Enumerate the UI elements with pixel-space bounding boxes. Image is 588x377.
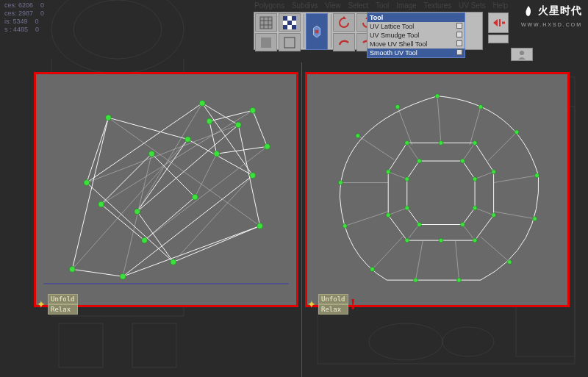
uv-panel-before — [34, 72, 298, 307]
svg-point-65 — [460, 223, 465, 227]
collapse-arrow-icon[interactable] — [488, 12, 509, 33]
smooth-tool-widget-right[interactable]: ✦ Unfold Relax ! — [307, 294, 356, 315]
svg-point-49 — [356, 134, 360, 138]
svg-point-50 — [395, 104, 400, 109]
svg-point-64 — [473, 206, 477, 210]
uv-panel-after — [305, 72, 570, 307]
svg-point-66 — [417, 223, 421, 227]
menu-view[interactable]: View — [325, 1, 341, 10]
menu-tool[interactable]: Tool — [376, 1, 389, 10]
svg-point-53 — [473, 141, 477, 146]
unfold-button[interactable]: Unfold — [318, 294, 348, 304]
svg-point-22 — [235, 122, 241, 128]
watermark-logo: 火星时代 WWW.HXSD.COM — [521, 4, 582, 28]
svg-point-36 — [207, 118, 212, 124]
svg-point-34 — [265, 143, 270, 149]
option-box-icon[interactable] — [456, 40, 462, 46]
svg-rect-14 — [292, 25, 296, 29]
shade-tool-icon[interactable] — [255, 33, 277, 51]
svg-point-41 — [535, 173, 539, 178]
svg-rect-12 — [287, 21, 292, 25]
star-icon: ✦ — [307, 298, 316, 310]
expand-arrow-icon[interactable] — [488, 35, 509, 43]
svg-point-21 — [135, 209, 140, 215]
tool-dropdown[interactable]: Tool UV Lattice Tool UV Smudge Tool Move… — [367, 12, 465, 58]
svg-point-67 — [405, 206, 409, 210]
svg-point-46 — [370, 267, 375, 271]
svg-point-17 — [520, 51, 524, 55]
star-icon: ✦ — [37, 298, 46, 310]
rotate-ccw-icon[interactable] — [333, 13, 355, 32]
menu-select[interactable]: Select — [348, 1, 369, 10]
svg-rect-13 — [283, 25, 287, 29]
svg-point-56 — [473, 238, 477, 243]
undo-arc-icon[interactable] — [333, 33, 355, 51]
checker-tool-icon[interactable] — [279, 13, 301, 32]
svg-point-20 — [185, 137, 191, 143]
svg-point-30 — [192, 194, 198, 200]
smooth-tool-widget-left[interactable]: ✦ Unfold Relax — [37, 294, 78, 315]
svg-point-1 — [74, 0, 162, 59]
menu-polygons[interactable]: Polygons — [254, 1, 284, 10]
svg-point-19 — [105, 115, 111, 121]
svg-point-47 — [343, 224, 347, 229]
option-box-icon[interactable] — [456, 49, 462, 55]
svg-point-33 — [214, 151, 220, 157]
svg-point-48 — [338, 181, 343, 185]
unfold-button[interactable]: Unfold — [48, 294, 78, 304]
menu-uvsets[interactable]: UV Sets — [459, 1, 486, 10]
menu-uv-smudge[interactable]: UV Smudge Tool — [368, 31, 465, 40]
svg-point-0 — [51, 0, 184, 73]
svg-point-63 — [473, 177, 477, 182]
annotation-exclaim: ! — [351, 295, 356, 314]
svg-point-68 — [405, 177, 409, 182]
menu-help[interactable]: Help — [493, 1, 509, 10]
menu-move-uv-shell[interactable]: Move UV Shell Tool — [368, 40, 465, 49]
svg-point-31 — [142, 237, 148, 243]
svg-point-59 — [386, 213, 390, 218]
svg-rect-10 — [283, 16, 287, 21]
svg-rect-16 — [284, 37, 295, 48]
svg-point-25 — [84, 180, 90, 186]
grid-tool-icon[interactable] — [255, 13, 277, 32]
svg-point-58 — [405, 238, 409, 243]
svg-rect-15 — [261, 37, 271, 48]
svg-point-52 — [439, 141, 443, 146]
uv-editor-menubar[interactable]: Polygons Subdivs View Select Tool Image … — [254, 1, 513, 10]
svg-point-57 — [439, 238, 443, 243]
svg-point-38 — [435, 94, 440, 98]
poly-stats: ces: 6206 0 ces: 2987 0 is: 5349 0 s : 4… — [4, 1, 44, 34]
uv-mesh-tangled — [43, 82, 289, 298]
menu-subdivs[interactable]: Subdivs — [292, 1, 318, 10]
svg-point-28 — [120, 273, 126, 279]
svg-rect-2 — [59, 323, 103, 367]
menu-uv-lattice[interactable]: UV Lattice Tool — [368, 22, 465, 31]
smooth-uv-tool-icon[interactable] — [306, 13, 328, 50]
svg-point-29 — [148, 151, 154, 157]
svg-point-54 — [492, 170, 496, 174]
viewport-divider — [301, 62, 302, 377]
option-box-icon[interactable] — [456, 32, 462, 37]
svg-point-40 — [514, 130, 519, 134]
svg-point-35 — [250, 107, 256, 113]
svg-rect-11 — [292, 16, 296, 21]
relax-button[interactable]: Relax — [318, 304, 348, 315]
svg-point-61 — [417, 159, 421, 163]
user-icon[interactable] — [511, 48, 533, 61]
tool-dropdown-header: Tool — [368, 13, 465, 22]
menu-smooth-uv[interactable]: Smooth UV Tool — [368, 49, 465, 57]
menu-textures[interactable]: Textures — [424, 1, 452, 10]
svg-point-44 — [457, 278, 462, 282]
flame-icon — [521, 4, 536, 19]
menu-image[interactable]: Image — [396, 1, 417, 10]
svg-point-26 — [199, 101, 205, 107]
wire-tool-icon[interactable] — [279, 33, 301, 51]
option-box-icon[interactable] — [456, 23, 462, 29]
svg-point-6 — [442, 327, 494, 356]
uv-toolbar: Tool UV Lattice Tool UV Smudge Tool Move… — [254, 12, 483, 50]
relax-button[interactable]: Relax — [48, 304, 78, 315]
svg-point-24 — [171, 259, 176, 265]
svg-rect-3 — [132, 323, 176, 367]
svg-point-43 — [507, 260, 512, 265]
svg-point-32 — [98, 201, 104, 207]
